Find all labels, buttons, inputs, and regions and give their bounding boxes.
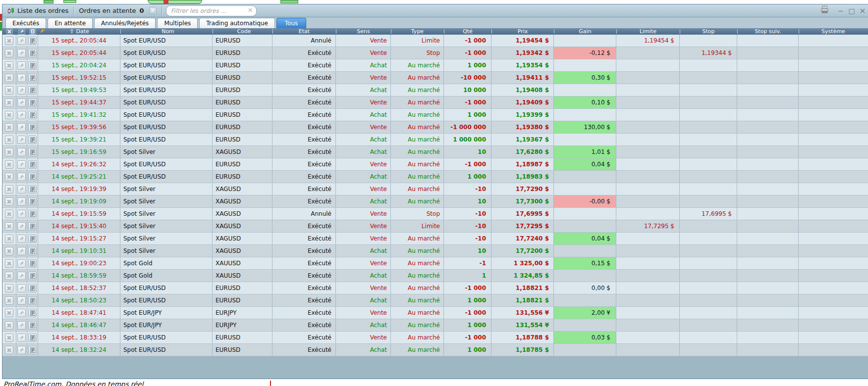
modify-order-icon[interactable] (17, 346, 26, 354)
column-header-code[interactable]: Code (213, 28, 272, 35)
order-details-icon[interactable] (28, 197, 37, 206)
modify-order-icon[interactable] (17, 86, 26, 95)
column-header-stop-suiv[interactable]: Stop suiv. (737, 28, 799, 35)
order-row[interactable]: 14 sept., 19:00:23Spot GoldXAUUSDExécuté… (2, 257, 868, 270)
order-details-icon[interactable] (28, 37, 37, 45)
tab-tous[interactable]: Tous (276, 18, 307, 28)
delete-order-icon[interactable] (5, 61, 13, 70)
delete-order-icon[interactable] (5, 235, 13, 243)
delete-order-icon[interactable] (5, 136, 13, 144)
modify-order-icon[interactable] (17, 235, 26, 243)
column-header-systeme[interactable]: Système (799, 28, 868, 35)
delete-order-icon[interactable] (5, 173, 13, 181)
modify-order-icon[interactable] (17, 272, 26, 280)
delete-order-icon[interactable] (5, 296, 13, 305)
delete-order-icon[interactable] (5, 346, 13, 354)
delete-order-icon[interactable] (5, 321, 13, 330)
order-details-icon[interactable] (28, 111, 37, 119)
column-header-qte[interactable]: Qté (444, 28, 491, 35)
modify-order-icon[interactable] (17, 173, 26, 181)
order-row[interactable]: 15 sept., 20:05:44Spot EUR/USDEURUSDAnnu… (2, 35, 868, 47)
modify-order-icon[interactable] (17, 321, 26, 330)
order-row[interactable]: 15 sept., 19:49:53Spot EUR/USDEURUSDExéc… (2, 84, 868, 96)
modify-order-icon[interactable] (17, 160, 26, 169)
order-row[interactable]: 14 sept., 18:46:47Spot EUR/JPYEURJPYExéc… (2, 319, 868, 332)
order-log-icon[interactable] (29, 29, 36, 35)
column-header-nom[interactable]: Nom (120, 28, 213, 35)
order-details-icon[interactable] (28, 136, 37, 144)
delete-order-icon[interactable] (5, 86, 13, 95)
delete-order-icon[interactable] (5, 160, 13, 169)
order-details-icon[interactable] (28, 321, 37, 330)
order-details-icon[interactable] (28, 272, 37, 280)
order-row[interactable]: 15 sept., 19:52:15Spot EUR/USDEURUSDExéc… (2, 72, 868, 84)
order-row[interactable]: 14 sept., 19:15:59Spot SilverXAGUSDAnnul… (2, 208, 868, 220)
delete-order-icon[interactable] (5, 309, 13, 317)
column-header-sens[interactable]: Sens (336, 28, 391, 35)
order-row[interactable]: 14 sept., 19:19:39Spot SilverXAGUSDExécu… (2, 183, 868, 195)
order-details-icon[interactable] (28, 259, 37, 268)
order-row[interactable]: 14 sept., 18:52:37Spot EUR/USDEURUSDExéc… (2, 282, 868, 294)
delete-order-icon[interactable] (5, 148, 13, 156)
column-header-date[interactable]: ⇧ Date (38, 28, 120, 35)
modify-order-icon[interactable] (17, 334, 26, 342)
order-details-icon[interactable] (28, 49, 37, 57)
order-row[interactable]: 15 sept., 19:39:56Spot EUR/USDEURUSDExéc… (2, 121, 868, 134)
order-row[interactable]: 14 sept., 19:15:27Spot SilverXAGUSDExécu… (2, 233, 868, 245)
order-details-icon[interactable] (28, 148, 37, 156)
order-details-icon[interactable] (28, 284, 37, 292)
delete-order-icon[interactable] (5, 284, 13, 292)
delete-order-icon[interactable] (5, 197, 13, 206)
order-row[interactable]: 14 sept., 19:19:09Spot SilverXAGUSDExécu… (2, 195, 868, 208)
order-details-icon[interactable] (28, 61, 37, 70)
modify-order-icon[interactable] (17, 111, 26, 119)
order-details-icon[interactable] (28, 334, 37, 342)
column-header-etat[interactable]: Etat (272, 28, 336, 35)
order-row[interactable]: 14 sept., 19:15:40Spot SilverXAGUSDExécu… (2, 220, 868, 233)
column-header-prix[interactable]: Prix (491, 28, 554, 35)
order-details-icon[interactable] (28, 346, 37, 354)
order-row[interactable]: 15 sept., 20:05:44Spot EUR/USDEURUSDExéc… (2, 47, 868, 59)
delete-order-icon[interactable] (5, 259, 13, 268)
order-details-icon[interactable] (28, 160, 37, 169)
delete-order-icon[interactable] (5, 98, 13, 107)
delete-order-icon[interactable] (5, 247, 13, 255)
column-settings-wrench-icon[interactable] (39, 28, 46, 36)
order-details-icon[interactable] (28, 74, 37, 82)
order-details-icon[interactable] (28, 185, 37, 193)
delete-order-icon[interactable] (5, 74, 13, 82)
maximize-window-icon[interactable]: □ (846, 5, 857, 16)
modify-order-icon[interactable] (17, 222, 26, 231)
delete-order-icon[interactable] (5, 111, 13, 119)
order-row[interactable]: 14 sept., 18:59:59Spot GoldXAUUSDExécuté… (2, 270, 868, 282)
modify-order-icon[interactable] (17, 123, 26, 132)
modify-order-icon[interactable] (17, 210, 26, 218)
filter-orders-input[interactable] (166, 5, 257, 16)
order-row[interactable]: 15 sept., 20:04:24Spot EUR/USDEURUSDExéc… (2, 59, 868, 72)
modify-order-icon[interactable] (17, 136, 26, 144)
tab-multiples[interactable]: Multiples (157, 18, 198, 28)
modify-order-icon[interactable] (17, 309, 26, 317)
modify-order-icon[interactable] (17, 49, 26, 57)
column-header-gain[interactable]: Gain (554, 28, 616, 35)
delete-order-icon[interactable] (5, 272, 13, 280)
order-row[interactable]: 14 sept., 18:32:24Spot EUR/USDEURUSDExéc… (2, 344, 868, 356)
order-details-icon[interactable] (28, 98, 37, 107)
delete-all-icon[interactable] (6, 29, 13, 35)
order-row[interactable]: 14 sept., 19:26:32Spot EUR/USDEURUSDExéc… (2, 158, 868, 171)
order-row[interactable]: 15 sept., 19:39:21Spot EUR/USDEURUSDExéc… (2, 134, 868, 146)
modify-order-icon[interactable] (17, 259, 26, 268)
modify-order-icon[interactable] (17, 284, 26, 292)
order-details-icon[interactable] (28, 296, 37, 305)
window-tab-pending-orders[interactable]: Ordres en attente 0 × (74, 4, 161, 17)
order-row[interactable]: 15 sept., 19:41:32Spot EUR/USDEURUSDExéc… (2, 109, 868, 121)
print-icon[interactable] (819, 5, 830, 16)
delete-order-icon[interactable] (5, 334, 13, 342)
delete-order-icon[interactable] (5, 37, 13, 45)
modify-order-icon[interactable] (17, 74, 26, 82)
modify-order-icon[interactable] (17, 185, 26, 193)
order-row[interactable]: 14 sept., 19:25:21Spot EUR/USDEURUSDExéc… (2, 171, 868, 183)
close-window-icon[interactable]: × (857, 5, 868, 16)
close-tab-icon[interactable]: × (149, 7, 157, 14)
order-row[interactable]: 15 sept., 19:16:59Spot SilverXAGUSDExécu… (2, 146, 868, 158)
